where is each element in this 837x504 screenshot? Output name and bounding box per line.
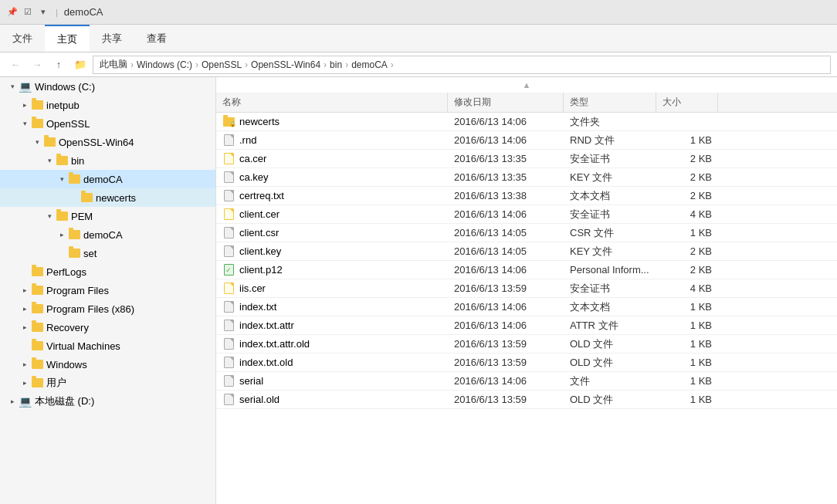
sidebar-item[interactable]: ▾bin	[0, 151, 215, 170]
checkbox-icon[interactable]: ☑	[22, 6, 34, 19]
sidebar-item[interactable]: newcerts	[0, 188, 215, 207]
tree-expander[interactable]: ▾	[31, 136, 43, 148]
table-row[interactable]: index.txt2016/6/13 14:06文本文档1 KB	[216, 298, 837, 316]
sidebar-item-label: Windows	[46, 359, 87, 370]
sidebar-item[interactable]: ▾💻Windows (C:)	[0, 77, 215, 96]
tree-expander[interactable]: ▾	[19, 117, 31, 130]
file-date: 2016/6/13 14:06	[448, 316, 564, 334]
folder-icon	[56, 154, 68, 167]
file-size: 4 KB	[656, 279, 718, 297]
ribbon-tab-share[interactable]: 共享	[90, 25, 134, 52]
sidebar-item[interactable]: ▸demoCA	[0, 225, 215, 244]
up-button[interactable]: ↑	[49, 56, 68, 74]
path-bin[interactable]: bin	[330, 59, 342, 70]
file-name: iis.cer	[216, 279, 448, 297]
file-size: 1 KB	[656, 131, 718, 149]
tree-expander[interactable]: ▾	[56, 173, 68, 185]
col-header-name[interactable]: 名称	[216, 93, 448, 112]
table-row[interactable]: client.key2016/6/13 14:05KEY 文件2 KB	[216, 242, 837, 261]
path-democa[interactable]: demoCA	[351, 59, 388, 70]
ribbon-tab-view[interactable]: 查看	[134, 25, 179, 52]
file-name-text: index.txt.attr	[239, 320, 294, 331]
sidebar-item[interactable]: ▸Recovery	[0, 318, 215, 337]
table-row[interactable]: index.txt.attr2016/6/13 14:06ATTR 文件1 KB	[216, 316, 837, 335]
back-button[interactable]: ←	[6, 56, 25, 74]
table-row[interactable]: serial.old2016/6/13 13:59OLD 文件1 KB	[216, 391, 837, 409]
tree-expander[interactable]: ▸	[19, 284, 31, 296]
ribbon-tab-home[interactable]: 主页	[45, 25, 90, 52]
folder-icon	[31, 358, 43, 370]
sidebar-item[interactable]: ▸Windows	[0, 355, 215, 374]
file-list[interactable]: ▲ 名称 修改日期 类型 大小 🔒newcerts2016/6/13 14:06…	[216, 77, 837, 504]
forward-button[interactable]: →	[28, 56, 46, 74]
table-row[interactable]: 🔒newcerts2016/6/13 14:06文件夹	[216, 113, 837, 131]
tree-expander[interactable]: ▸	[56, 228, 68, 241]
tree-expander[interactable]: ▾	[43, 154, 56, 167]
table-row[interactable]: index.txt.attr.old2016/6/13 13:59OLD 文件1…	[216, 335, 837, 353]
path-openssl-win64[interactable]: OpenSSL-Win64	[251, 59, 320, 70]
file-name-text: newcerts	[239, 116, 280, 127]
col-header-date[interactable]: 修改日期	[448, 93, 564, 112]
sidebar-item[interactable]: PerfLogs	[0, 262, 215, 281]
file-date: 2016/6/13 14:06	[448, 131, 564, 149]
table-row[interactable]: serial2016/6/13 14:06文件1 KB	[216, 372, 837, 391]
sidebar[interactable]: ▾💻Windows (C:)▸inetpub▾OpenSSL▾OpenSSL-W…	[0, 77, 216, 504]
path-c[interactable]: Windows (C:)	[137, 59, 192, 70]
sidebar-item[interactable]: ▾demoCA	[0, 170, 215, 188]
path-openssl[interactable]: OpenSSL	[202, 59, 242, 70]
tree-expander[interactable]: ▸	[19, 99, 31, 111]
sidebar-item[interactable]: ▸Program Files (x86)	[0, 299, 215, 318]
sidebar-item[interactable]: ▾OpenSSL	[0, 114, 215, 133]
file-icon	[222, 153, 235, 165]
sidebar-item[interactable]: ▸Program Files	[0, 281, 215, 299]
pin-icon[interactable]: 📌	[6, 6, 19, 19]
tree-expander[interactable]: ▾	[43, 210, 56, 222]
sidebar-item[interactable]: ▸💻本地磁盘 (D:)	[0, 392, 215, 411]
address-path[interactable]: 此电脑 › Windows (C:) › OpenSSL › OpenSSL-W…	[93, 56, 831, 74]
table-row[interactable]: client.csr2016/6/13 14:05CSR 文件1 KB	[216, 224, 837, 242]
tree-expander[interactable]: ▸	[6, 395, 19, 408]
file-type: 安全证书	[564, 150, 656, 167]
file-name: index.txt.attr.old	[216, 335, 448, 353]
file-icon	[222, 394, 235, 406]
file-icon	[222, 338, 235, 350]
table-row[interactable]: ✓client.p122016/6/13 14:06Personal Infor…	[216, 261, 837, 279]
path-thispc[interactable]: 此电脑	[100, 58, 127, 71]
col-header-size[interactable]: 大小	[656, 93, 718, 112]
folder-icon	[31, 284, 43, 296]
tree-expander[interactable]: ▸	[19, 303, 31, 315]
file-name-text: ca.key	[239, 171, 269, 183]
sidebar-item[interactable]: ▾PEM	[0, 207, 215, 225]
sidebar-item[interactable]: set	[0, 244, 215, 262]
tree-expander[interactable]	[19, 266, 31, 278]
table-row[interactable]: client.cer2016/6/13 14:06安全证书4 KB	[216, 205, 837, 224]
folder-icon	[43, 136, 56, 148]
file-name: serial	[216, 372, 448, 390]
tree-expander[interactable]: ▸	[19, 358, 31, 370]
tree-expander[interactable]	[19, 340, 31, 352]
table-row[interactable]: index.txt.old2016/6/13 13:59OLD 文件1 KB	[216, 353, 837, 372]
sidebar-item-label: inetpub	[46, 100, 80, 111]
table-row[interactable]: .rnd2016/6/13 14:06RND 文件1 KB	[216, 131, 837, 150]
sidebar-item[interactable]: ▸用户	[0, 374, 215, 392]
col-header-type[interactable]: 类型	[564, 93, 656, 112]
file-rows-container: 🔒newcerts2016/6/13 14:06文件夹.rnd2016/6/13…	[216, 113, 837, 409]
table-row[interactable]: ca.key2016/6/13 13:35KEY 文件2 KB	[216, 168, 837, 187]
table-row[interactable]: iis.cer2016/6/13 13:59安全证书4 KB	[216, 279, 837, 298]
file-name-text: .rnd	[239, 134, 256, 146]
tree-expander[interactable]: ▾	[6, 80, 19, 93]
folder-icon	[31, 340, 43, 352]
sidebar-item[interactable]: ▸inetpub	[0, 96, 215, 114]
sidebar-item-label: set	[83, 248, 97, 259]
tree-expander[interactable]: ▸	[19, 321, 31, 333]
tree-expander[interactable]	[56, 247, 68, 259]
table-row[interactable]: certreq.txt2016/6/13 13:38文本文档2 KB	[216, 187, 837, 205]
sidebar-item[interactable]: Virtual Machines	[0, 337, 215, 355]
table-row[interactable]: ca.cer2016/6/13 13:35安全证书2 KB	[216, 150, 837, 168]
file-size: 1 KB	[656, 335, 718, 353]
tree-expander[interactable]: ▸	[19, 377, 31, 389]
dropdown-icon[interactable]: ▾	[37, 6, 49, 19]
tree-expander[interactable]	[68, 191, 80, 204]
sidebar-item[interactable]: ▾OpenSSL-Win64	[0, 133, 215, 151]
ribbon-tab-file[interactable]: 文件	[0, 25, 45, 52]
